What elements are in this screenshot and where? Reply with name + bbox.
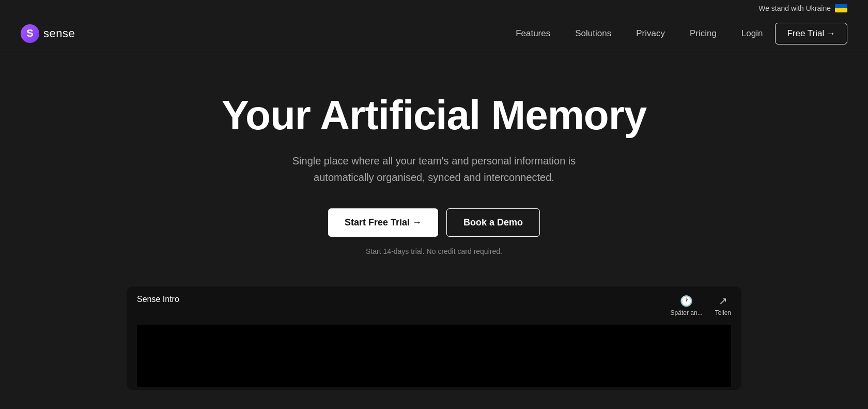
nav-link-solutions[interactable]: Solutions	[575, 28, 611, 39]
trial-note: Start 14-days trial. No credit card requ…	[366, 247, 502, 255]
logo[interactable]: S sense	[21, 24, 75, 43]
hero-section: Your Artificial Memory Single place wher…	[0, 51, 868, 276]
video-controls: 🕐 Später an... ↗ Teilen	[671, 295, 731, 316]
start-free-trial-button[interactable]: Start Free Trial →	[328, 208, 438, 237]
logo-icon: S	[21, 24, 39, 43]
hero-title: Your Artificial Memory	[222, 93, 647, 138]
share-icon: ↗	[719, 295, 727, 307]
flag-blue	[835, 4, 847, 8]
video-title: Sense Intro	[137, 295, 179, 304]
hero-buttons: Start Free Trial → Book a Demo	[328, 208, 540, 237]
video-header: Sense Intro 🕐 Später an... ↗ Teilen	[127, 286, 741, 325]
book-demo-button[interactable]: Book a Demo	[446, 208, 540, 237]
video-body	[137, 325, 731, 387]
share-control[interactable]: ↗ Teilen	[715, 295, 731, 316]
watch-later-label: Später an...	[671, 309, 703, 316]
nav-link-pricing[interactable]: Pricing	[690, 28, 717, 39]
hero-subtitle: Single place where all your team's and p…	[269, 153, 599, 186]
ukraine-banner: We stand with Ukraine	[0, 0, 868, 17]
watch-later-icon: 🕐	[680, 295, 693, 307]
nav-link-privacy[interactable]: Privacy	[636, 28, 665, 39]
nav-link-features[interactable]: Features	[516, 28, 550, 39]
login-link[interactable]: Login	[741, 28, 763, 39]
video-section: Sense Intro 🕐 Später an... ↗ Teilen	[0, 276, 868, 390]
video-container[interactable]: Sense Intro 🕐 Später an... ↗ Teilen	[127, 286, 741, 390]
ukraine-text: We stand with Ukraine	[758, 4, 831, 12]
navbar: S sense Features Solutions Privacy Prici…	[0, 17, 868, 51]
free-trial-nav-button[interactable]: Free Trial →	[775, 23, 847, 44]
share-label: Teilen	[715, 309, 731, 316]
svg-text:S: S	[26, 27, 33, 39]
ukraine-flag-icon	[835, 4, 847, 12]
flag-yellow	[835, 8, 847, 12]
logo-text: sense	[43, 27, 75, 40]
watch-later-control[interactable]: 🕐 Später an...	[671, 295, 703, 316]
nav-links: Features Solutions Privacy Pricing	[516, 28, 717, 39]
